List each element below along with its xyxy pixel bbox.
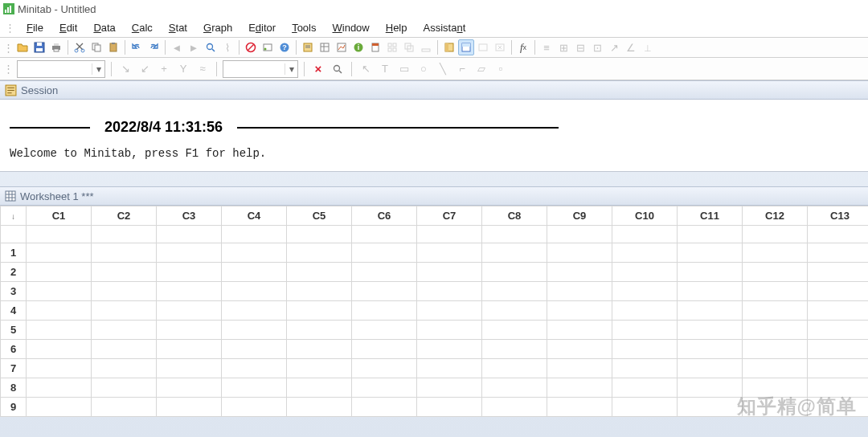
row-header[interactable]: 5 xyxy=(1,321,27,340)
cell[interactable] xyxy=(92,243,157,263)
cell[interactable] xyxy=(547,340,612,359)
row-header[interactable]: 3 xyxy=(1,282,27,301)
cell[interactable] xyxy=(678,398,743,417)
cell[interactable] xyxy=(678,263,743,282)
cell[interactable] xyxy=(612,263,678,282)
nav-forward-button[interactable]: ► xyxy=(186,39,202,55)
cancel-button[interactable] xyxy=(243,39,259,55)
plot-point-button[interactable]: ↙ xyxy=(137,61,153,77)
menu-tools[interactable]: Tools xyxy=(284,20,324,35)
show-report-button[interactable] xyxy=(367,39,383,55)
stat-icon-7[interactable]: ⟂ xyxy=(640,39,656,55)
col-name-cell[interactable] xyxy=(157,226,222,243)
show-graph-button[interactable] xyxy=(334,39,350,55)
col-name-cell[interactable] xyxy=(417,226,482,243)
cell[interactable] xyxy=(678,378,743,398)
cell[interactable] xyxy=(482,398,547,417)
cell[interactable] xyxy=(27,398,92,417)
cell[interactable] xyxy=(222,301,287,321)
col-header[interactable]: C1 xyxy=(27,206,92,226)
cell[interactable] xyxy=(743,321,808,340)
tile-button[interactable] xyxy=(384,39,400,55)
cell[interactable] xyxy=(222,321,287,340)
cell[interactable] xyxy=(547,398,612,417)
cell[interactable] xyxy=(352,321,417,340)
menu-file[interactable]: File xyxy=(18,20,51,35)
corner-cell[interactable]: ↓ xyxy=(1,206,27,226)
worksheet-panel-header[interactable]: Worksheet 1 *** xyxy=(0,186,868,206)
cell[interactable] xyxy=(27,282,92,301)
save-button[interactable] xyxy=(31,39,47,55)
cell[interactable] xyxy=(547,263,612,282)
row-header[interactable]: 4 xyxy=(1,301,27,321)
cell[interactable] xyxy=(157,282,222,301)
cell[interactable] xyxy=(352,282,417,301)
factor-combo[interactable]: ▾ xyxy=(223,60,298,78)
menu-editor[interactable]: Editor xyxy=(240,20,284,35)
cell[interactable] xyxy=(287,398,352,417)
cell[interactable] xyxy=(417,282,482,301)
cell[interactable] xyxy=(92,398,157,417)
delete-button[interactable]: × xyxy=(310,61,326,77)
cell[interactable] xyxy=(808,359,869,378)
menu-window[interactable]: Window xyxy=(324,20,377,35)
help-button[interactable]: ? xyxy=(276,39,293,55)
col-header[interactable]: C4 xyxy=(222,206,287,226)
cell[interactable] xyxy=(352,398,417,417)
marker-button[interactable]: ▫ xyxy=(493,61,509,77)
show-worksheet-button[interactable] xyxy=(317,39,333,55)
fx-button[interactable]: fx xyxy=(515,39,531,55)
cell[interactable] xyxy=(678,243,743,263)
cell[interactable] xyxy=(222,263,287,282)
col-name-cell[interactable] xyxy=(547,226,612,243)
open-button[interactable] xyxy=(14,39,31,55)
row-header[interactable]: 7 xyxy=(1,359,27,378)
cell[interactable] xyxy=(612,243,678,263)
find-button[interactable] xyxy=(203,39,219,55)
col-header[interactable]: C6 xyxy=(352,206,417,226)
cell[interactable] xyxy=(287,359,352,378)
cell[interactable] xyxy=(808,282,869,301)
col-header[interactable]: C9 xyxy=(547,206,612,226)
cell[interactable] xyxy=(678,301,743,321)
menu-calc[interactable]: Calc xyxy=(124,20,161,35)
cell[interactable] xyxy=(808,243,869,263)
nav-back-button[interactable]: ◄ xyxy=(169,39,185,55)
print-button[interactable] xyxy=(48,39,64,55)
stat-icon-4[interactable]: ⊡ xyxy=(589,39,605,55)
stat-icon-6[interactable]: ∠ xyxy=(623,39,639,55)
copy-button[interactable] xyxy=(88,39,104,55)
project-manager-button[interactable] xyxy=(441,39,457,55)
cell[interactable] xyxy=(157,301,222,321)
stat-icon-3[interactable]: ⊟ xyxy=(572,39,588,55)
cell[interactable] xyxy=(287,282,352,301)
cell[interactable] xyxy=(287,243,352,263)
cell[interactable] xyxy=(222,340,287,359)
cell[interactable] xyxy=(678,321,743,340)
cell[interactable] xyxy=(222,243,287,263)
row-header[interactable]: 9 xyxy=(1,398,27,417)
col-name-cell[interactable] xyxy=(352,226,417,243)
col-header[interactable]: C12 xyxy=(743,206,808,226)
col-name-cell[interactable] xyxy=(678,226,743,243)
row-header[interactable]: 6 xyxy=(1,340,27,359)
stat-icon-5[interactable]: ↗ xyxy=(606,39,622,55)
assign-button[interactable]: ↘ xyxy=(117,61,133,77)
show-info-button[interactable]: i xyxy=(350,39,366,55)
cell[interactable] xyxy=(352,378,417,398)
cell[interactable] xyxy=(157,398,222,417)
cell[interactable] xyxy=(92,340,157,359)
cell[interactable] xyxy=(547,321,612,340)
zoom-button[interactable] xyxy=(330,61,346,77)
col-name-cell[interactable] xyxy=(222,226,287,243)
cell[interactable] xyxy=(612,321,678,340)
pointer-button[interactable]: ↖ xyxy=(358,61,374,77)
polyline-button[interactable]: ⌐ xyxy=(454,61,470,77)
cell[interactable] xyxy=(352,263,417,282)
menu-graph[interactable]: Graph xyxy=(195,20,240,35)
col-name-cell[interactable] xyxy=(92,226,157,243)
cell[interactable] xyxy=(482,378,547,398)
col-header[interactable]: C11 xyxy=(678,206,743,226)
cell[interactable] xyxy=(287,263,352,282)
cell[interactable] xyxy=(92,301,157,321)
